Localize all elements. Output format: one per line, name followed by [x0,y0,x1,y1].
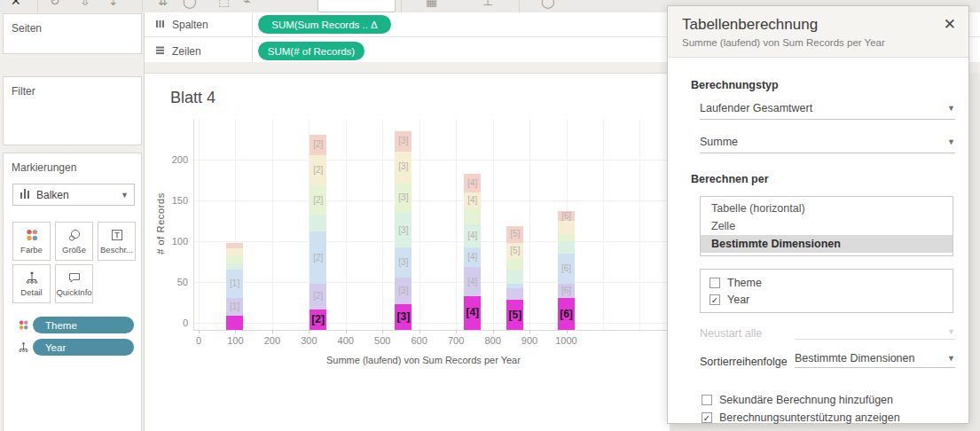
fit-dropdown[interactable] [318,0,396,12]
bar-segment-mint[interactable] [558,241,575,254]
aggregation-dropdown[interactable]: Summe ▼ [700,136,955,153]
mark-button-quickinfo[interactable]: QuickInfo [55,264,93,303]
pause-updates-icon[interactable]: ⇣ [108,0,119,8]
restart-every-row: Neustart alle ▼ [700,327,955,340]
bar-segment-mint[interactable] [226,263,243,270]
bar-segment-mint[interactable]: [3] [395,213,412,247]
bar-segment-green[interactable] [226,255,243,263]
bar-segment-cream[interactable] [558,221,575,235]
sort-order-label: Sortierreihenfolge [700,356,795,368]
filter-shelf[interactable]: Filter [3,76,142,145]
calculation-type-dropdown[interactable]: Laufender Gesamtwert ▼ [700,102,955,120]
format-icon[interactable]: ◯ [541,0,555,8]
checkbox-unchecked[interactable] [710,278,720,288]
bar-segment-lavender[interactable]: [2] [310,284,326,309]
bar-segment-magenta[interactable]: [2] [310,310,326,330]
bar-segment-green[interactable] [558,234,575,240]
bar-segment-lavender[interactable]: [3] [395,278,412,304]
new-datasource-icon[interactable]: ⇩ [80,0,90,8]
bar-segment-lavender[interactable]: [6] [558,284,575,298]
swap-icon[interactable]: ⌁ [243,0,250,8]
bar-segment-green[interactable]: [3] [395,183,412,213]
bar-segment-lavender[interactable]: [4] [464,267,481,296]
compute-using-item[interactable]: Zelle [701,217,953,235]
x-tick-label: 0 [181,335,216,346]
bar-segment-blue[interactable] [506,284,523,288]
bar-segment-magenta[interactable]: [4] [464,296,481,330]
bar-segment-blue[interactable]: [4] [464,247,481,267]
bar-segment-cream[interactable] [226,248,243,255]
bar-segment-mint[interactable]: [4] [464,224,481,247]
toolbar-divider [519,0,520,12]
mark-button-beschr[interactable]: Beschr... [98,222,136,261]
secondary-calculation-checkbox-row[interactable]: Sekundäre Berechnung hinzufügen [702,391,951,409]
close-icon[interactable]: ✕ [944,15,956,34]
mark-button-detail[interactable]: Detail [12,264,51,303]
show-calculation-assistance-checkbox-row[interactable]: ✓Berechnungsunterstützung anzeigen [702,409,951,427]
mark-button-gre[interactable]: Größe [55,222,93,261]
bar-segment-salmon[interactable]: [5] [506,226,523,242]
x-axis-line [193,330,667,331]
bar-segment-cream[interactable]: [5] [506,243,523,259]
segment-label: [3] [395,278,412,304]
refresh-icon[interactable]: ↻ [50,0,60,8]
pages-shelf[interactable]: Seiten [3,13,142,54]
filter-shelf-label: Filter [4,77,141,98]
pill-theme[interactable]: Theme [33,317,134,333]
bar-segment-magenta[interactable]: [3] [395,304,412,330]
checkbox-checked[interactable]: ✓ [702,412,712,423]
highlight-icon[interactable]: ◯ [183,0,197,8]
bar-segment-cream[interactable]: [2] [310,155,326,185]
x-tick-mark [346,330,347,333]
gridline-horizontal [193,241,667,242]
bar-segment-salmon[interactable]: [3] [395,131,412,152]
bar-segment-salmon[interactable]: [4] [464,174,481,192]
compute-using-item[interactable]: Tabelle (horizontal) [701,200,953,217]
dimension-row-year[interactable]: ✓Year [701,291,953,308]
dimension-row-theme[interactable]: Theme [701,274,953,291]
fix-axes-icon[interactable]: ⊥ [482,0,493,8]
compute-using-item[interactable]: Bestimmte Dimensionen [701,235,953,253]
bar-segment-magenta[interactable]: [5] [506,300,523,330]
bar-segment-magenta[interactable] [226,316,243,330]
rows-pill[interactable]: SUM(# of Records) [258,42,365,60]
bar-segment-mint[interactable] [506,270,523,285]
columns-pill[interactable]: SUM(Sum Records .. Δ [258,15,391,34]
pill-year[interactable]: Year [33,339,134,356]
bar-segment-lavender[interactable] [506,288,523,300]
chevron-down-icon[interactable]: ▼ [121,191,129,200]
bar-segment-salmon[interactable]: [2] [310,135,326,155]
bar-segment-cream[interactable]: [3] [395,152,412,183]
close-icon[interactable]: ✕ [11,0,21,8]
show-marks-labels-icon[interactable]: ▦ [426,0,437,8]
x-tick-mark [456,330,457,333]
checkbox-checked[interactable]: ✓ [710,294,720,305]
bar-segment-green[interactable] [464,208,481,224]
mark-type-dropdown[interactable]: Balken ▼ [12,184,135,206]
mark-button-farbe[interactable]: Farbe [12,222,51,261]
dialog-footer-options: Sekundäre Berechnung hinzufügen✓Berechnu… [702,391,951,427]
sort-order-dropdown[interactable]: Bestimmte Dimensionen ▼ [795,352,955,368]
bar-segment-green[interactable] [506,259,523,270]
bar-segment-blue[interactable]: [6] [558,254,575,285]
bar-segment-green[interactable]: [2] [310,185,326,215]
bar-segment-blue[interactable]: [1] [226,270,243,298]
group-icon[interactable]: ⬚ [218,0,230,8]
restart-every-label: Neustart alle [700,327,795,340]
restart-every-dropdown: ▼ [795,327,955,340]
checkbox-unchecked[interactable] [702,395,712,405]
bar-total-label: [6] [558,298,575,330]
bar-segment-salmon[interactable] [226,243,243,248]
bar-segment-blue[interactable]: [2] [310,231,326,285]
segment-label: [6] [558,284,575,298]
bar-segment-salmon[interactable]: [6] [558,211,575,221]
bar-segment-blue[interactable]: [3] [395,247,412,278]
sort-icon[interactable]: ⇊ [158,0,169,8]
bar-segment-mint[interactable] [310,215,326,231]
bar-segment-lavender[interactable]: [1] [226,298,243,316]
segment-label: [2] [310,135,326,155]
left-panel: Seiten Filter Markierungen Balken ▼ Farb… [0,12,145,431]
bar-segment-cream[interactable]: [4] [464,192,481,208]
bar-segment-magenta[interactable]: [6] [558,298,575,330]
columns-icon [154,17,166,33]
